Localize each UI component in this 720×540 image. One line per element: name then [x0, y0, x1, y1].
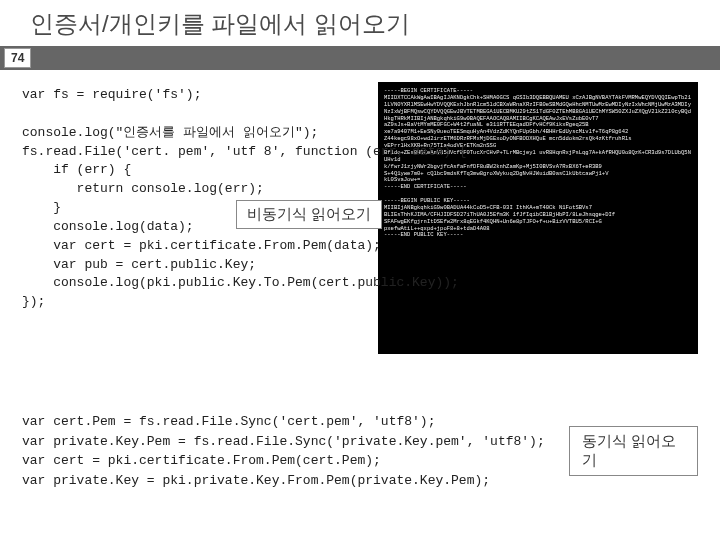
annotation-sync: 동기식 읽어오기 [569, 426, 698, 476]
content-area: -----BEGIN CERTIFICATE----- MIIDXTCCAkWg… [0, 70, 720, 490]
page-number-badge: 74 [4, 48, 31, 68]
slide-title: 인증서/개인키를 파일에서 읽어오기 [0, 0, 720, 46]
gray-band: 74 [0, 46, 720, 70]
sync-row: var cert.Pem = fs.read.File.Sync('cert.p… [22, 412, 698, 490]
annotation-async: 비동기식 읽어오기 [236, 200, 382, 229]
code-block-sync: var cert.Pem = fs.read.File.Sync('cert.p… [22, 412, 545, 490]
